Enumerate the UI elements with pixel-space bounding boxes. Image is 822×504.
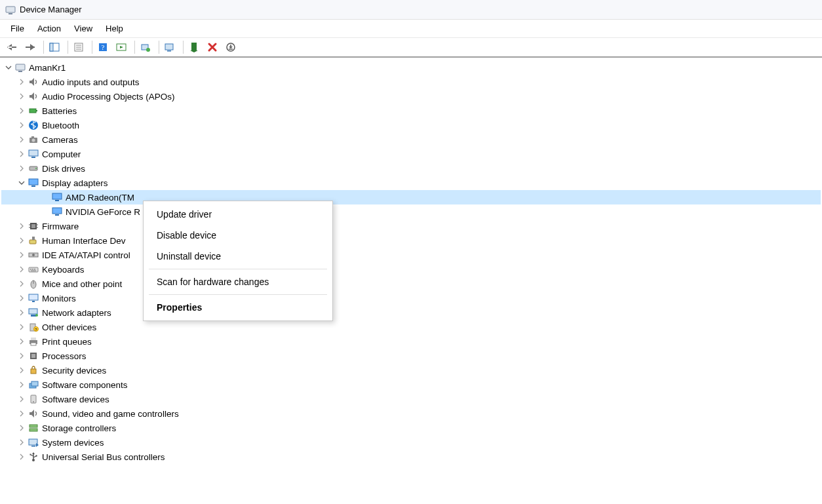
speaker-icon	[28, 408, 39, 419]
category-display-adapters[interactable]: Display adapters	[1, 176, 821, 190]
device-tree[interactable]: AmanKr1Audio inputs and outputsAudio Pro…	[0, 58, 822, 504]
category-audio-apo[interactable]: Audio Processing Objects (APOs)	[1, 89, 821, 104]
category-label: Display adapters	[42, 178, 108, 188]
category-print-queues[interactable]: Print queues	[1, 334, 821, 349]
category-sound[interactable]: Sound, video and game controllers	[1, 406, 821, 421]
category-sw-components[interactable]: Software components	[1, 378, 821, 392]
category-keyboards[interactable]: Keyboards	[1, 262, 821, 277]
category-disk-drives[interactable]: Disk drives	[1, 161, 821, 176]
chevron-right-icon[interactable]	[17, 281, 26, 287]
system-icon	[28, 436, 39, 448]
svg-point-13	[146, 48, 150, 52]
category-processors[interactable]: Processors	[1, 349, 821, 363]
chevron-right-icon[interactable]	[17, 107, 26, 114]
scan-hardware-button[interactable]	[162, 39, 178, 55]
monitor-icon	[28, 148, 39, 160]
action-button[interactable]	[113, 39, 129, 55]
category-mice[interactable]: Mice and other point	[1, 277, 821, 291]
chevron-right-icon[interactable]	[17, 223, 26, 229]
category-audio-io[interactable]: Audio inputs and outputs	[1, 75, 821, 89]
category-label: Firmware	[42, 222, 79, 231]
svg-marker-11	[120, 46, 123, 48]
category-monitors[interactable]: Monitors	[1, 291, 821, 305]
menu-view[interactable]: View	[68, 21, 99, 36]
category-security[interactable]: Security devices	[1, 363, 821, 378]
chevron-down-icon[interactable]	[4, 64, 13, 71]
category-ide-ata[interactable]: IDE ATA/ATAPI control	[1, 248, 821, 262]
menu-action[interactable]: Action	[31, 21, 68, 36]
category-computer[interactable]: Computer	[1, 147, 821, 161]
context-menu-item[interactable]: Disable device	[144, 225, 332, 246]
usb-icon	[28, 451, 39, 463]
toolbar-separator	[159, 41, 159, 54]
disable-device-button[interactable]	[223, 39, 239, 55]
chevron-right-icon[interactable]	[17, 367, 26, 374]
chevron-right-icon[interactable]	[17, 439, 26, 446]
chevron-down-icon[interactable]	[17, 180, 26, 186]
category-label: Processors	[42, 351, 87, 361]
chevron-right-icon[interactable]	[17, 165, 26, 172]
other-icon: ?	[28, 321, 39, 333]
chevron-right-icon[interactable]	[17, 309, 26, 316]
category-other[interactable]: ?Other devices	[1, 320, 821, 334]
category-usb[interactable]: Universal Serial Bus controllers	[1, 450, 821, 464]
context-menu: Update driverDisable deviceUninstall dev…	[143, 201, 333, 321]
category-network[interactable]: Network adapters	[1, 305, 821, 320]
chevron-right-icon[interactable]	[17, 93, 26, 100]
chevron-right-icon[interactable]	[17, 396, 26, 402]
network-icon	[28, 307, 39, 319]
category-label: Network adapters	[42, 308, 111, 318]
category-sw-devices[interactable]: Software devices	[1, 392, 821, 406]
update-driver-button[interactable]	[138, 39, 153, 55]
svg-rect-35	[31, 185, 35, 187]
svg-rect-31	[31, 157, 35, 158]
chevron-right-icon[interactable]	[17, 338, 26, 345]
menu-help[interactable]: Help	[99, 21, 130, 36]
printer-icon	[28, 336, 39, 347]
keyboard-icon	[28, 263, 39, 275]
category-storage-ctrl[interactable]: Storage controllers	[1, 421, 821, 435]
svg-point-61	[35, 314, 38, 317]
chevron-right-icon[interactable]	[17, 381, 26, 388]
tree-root-node[interactable]: AmanKr1	[1, 60, 821, 75]
svg-rect-0	[6, 7, 15, 12]
chevron-right-icon[interactable]	[17, 295, 26, 301]
context-menu-item[interactable]: Update driver	[144, 204, 332, 225]
device-gpu-nvidia[interactable]: NVIDIA GeForce R	[1, 204, 821, 219]
uninstall-device-button[interactable]	[205, 39, 220, 55]
category-label: Universal Serial Bus controllers	[42, 452, 165, 462]
device-gpu-amd[interactable]: AMD Radeon(TM	[1, 190, 821, 204]
chevron-right-icon[interactable]	[17, 151, 26, 157]
chevron-right-icon[interactable]	[17, 122, 26, 128]
category-system-devices[interactable]: System devices	[1, 435, 821, 450]
forward-button[interactable]	[22, 39, 38, 55]
svg-rect-20	[16, 64, 25, 70]
chevron-right-icon[interactable]	[17, 425, 26, 431]
chevron-right-icon[interactable]	[17, 353, 26, 359]
context-menu-item[interactable]: Properties	[144, 297, 332, 318]
back-button[interactable]	[4, 39, 20, 55]
category-bluetooth[interactable]: Bluetooth	[1, 118, 821, 132]
chevron-right-icon[interactable]	[17, 266, 26, 273]
chevron-right-icon[interactable]	[17, 136, 26, 143]
chevron-right-icon[interactable]	[17, 454, 26, 460]
category-cameras[interactable]: Cameras	[1, 132, 821, 147]
help-button[interactable]: ?	[95, 39, 111, 55]
chevron-right-icon[interactable]	[17, 79, 26, 85]
show-hide-console-tree-button[interactable]	[47, 39, 62, 55]
chevron-right-icon[interactable]	[17, 237, 26, 244]
category-firmware[interactable]: Firmware	[1, 219, 821, 233]
chevron-right-icon[interactable]	[17, 324, 26, 330]
properties-button[interactable]	[71, 39, 87, 55]
enable-device-button[interactable]	[186, 39, 202, 55]
chevron-right-icon[interactable]	[17, 252, 26, 258]
category-label: Keyboards	[42, 265, 85, 275]
menu-file[interactable]: File	[4, 21, 31, 36]
svg-rect-79	[31, 446, 35, 447]
context-menu-item[interactable]: Scan for hardware changes	[144, 271, 332, 292]
chevron-right-icon[interactable]	[17, 410, 26, 417]
context-menu-item[interactable]: Uninstall device	[144, 246, 332, 267]
category-batteries[interactable]: Batteries	[1, 104, 821, 118]
category-hid[interactable]: Human Interface Dev	[1, 233, 821, 248]
svg-rect-34	[29, 179, 38, 185]
